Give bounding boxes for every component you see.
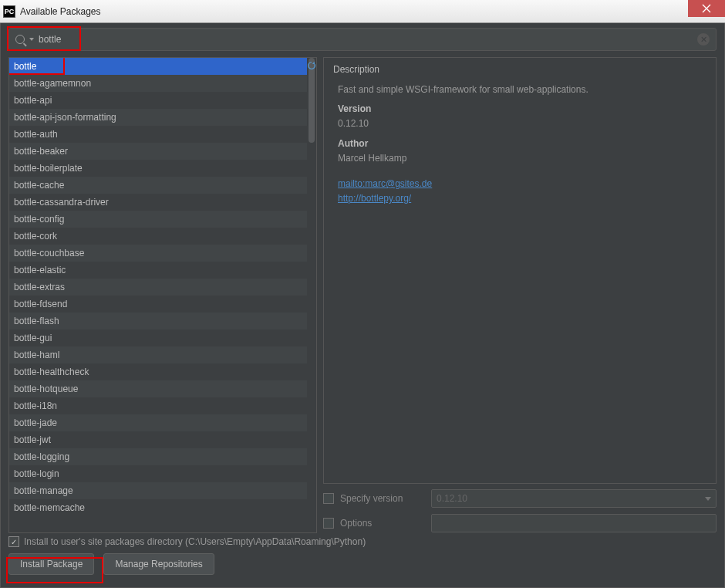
specify-version-label: Specify version (340, 493, 425, 504)
package-item[interactable]: bottle-agamemnon (9, 75, 307, 92)
specify-version-field[interactable]: 0.12.10 (431, 489, 717, 508)
install-to-user-checkbox[interactable]: ✓ (8, 536, 19, 547)
package-list-container: bottlebottle-agamemnonbottle-apibottle-a… (8, 57, 317, 533)
search-scope-dropdown-icon[interactable] (29, 38, 34, 41)
refresh-button[interactable] (303, 57, 320, 74)
titlebar: PC Available Packages (0, 0, 725, 23)
details-pane: Description Fast and simple WSGI-framewo… (323, 57, 717, 533)
package-item[interactable]: bottle-healthcheck (9, 363, 307, 380)
package-item[interactable]: bottle-boilerplate (9, 160, 307, 177)
content-area: bottlebottle-agamemnonbottle-apibottle-a… (8, 57, 717, 533)
version-label: Version (338, 102, 702, 117)
package-summary: Fast and simple WSGI-framework for small… (338, 83, 702, 97)
package-item[interactable]: bottle-login (9, 465, 307, 482)
specify-version-value: 0.12.10 (437, 493, 467, 504)
package-item[interactable]: bottle-cassandra-driver (9, 194, 307, 211)
description-heading: Description (333, 64, 706, 75)
search-row: ✕ (8, 28, 717, 51)
specify-version-checkbox[interactable] (323, 493, 334, 504)
package-item[interactable]: bottle-extras (9, 279, 307, 296)
package-item[interactable]: bottle-logging (9, 448, 307, 465)
package-author: Marcel Hellkamp (338, 151, 702, 166)
package-item[interactable]: bottle-config (9, 211, 307, 228)
buttons-row: Install Package Manage Repositories (8, 553, 717, 575)
package-item[interactable]: bottle-fdsend (9, 296, 307, 313)
package-item[interactable]: bottle-memcache (9, 499, 307, 516)
options-field[interactable] (431, 514, 717, 532)
package-item[interactable]: bottle-haml (9, 346, 307, 363)
package-list-scrollbar[interactable] (307, 58, 316, 532)
options-label: Options (340, 518, 425, 529)
options-checkbox[interactable] (323, 518, 334, 529)
app-icon: PC (3, 5, 15, 18)
search-input[interactable] (39, 34, 697, 45)
package-version: 0.12.10 (338, 117, 702, 131)
package-item[interactable]: bottle-auth (9, 126, 307, 143)
bottom-bar: ✓ Install to user's site packages direct… (8, 536, 717, 581)
package-item[interactable]: bottle-jwt (9, 431, 307, 448)
manage-repositories-button[interactable]: Manage Repositories (103, 553, 214, 575)
description-box: Description Fast and simple WSGI-framewo… (323, 57, 717, 484)
window-title: Available Packages (20, 6, 101, 17)
package-item[interactable]: bottle-i18n (9, 397, 307, 414)
clear-search-icon[interactable]: ✕ (697, 33, 710, 46)
install-package-button[interactable]: Install Package (8, 553, 94, 575)
package-item[interactable]: bottle-manage (9, 482, 307, 499)
search-icon (15, 35, 25, 44)
package-item[interactable]: bottle-api (9, 92, 307, 109)
package-item[interactable]: bottle-hotqueue (9, 380, 307, 397)
package-item[interactable]: bottle-couchbase (9, 245, 307, 262)
package-item[interactable]: bottle-beaker (9, 143, 307, 160)
package-item[interactable]: bottle-elastic (9, 262, 307, 279)
package-item[interactable]: bottle (9, 58, 307, 75)
description-content: Fast and simple WSGI-framework for small… (333, 83, 706, 206)
package-link-home[interactable]: http://bottlepy.org/ (338, 193, 411, 204)
options-row: Options (323, 513, 717, 533)
install-to-user-label: Install to user's site packages director… (24, 536, 366, 547)
author-label: Author (338, 137, 702, 151)
package-item[interactable]: bottle-gui (9, 329, 307, 346)
close-button[interactable] (688, 0, 725, 17)
package-item[interactable]: bottle-api-json-formatting (9, 109, 307, 126)
dialog-body: ✕ bottlebottle-agamemnonbottle-apibottle… (0, 23, 725, 588)
install-to-user-row: ✓ Install to user's site packages direct… (8, 536, 717, 547)
package-item[interactable]: bottle-cache (9, 177, 307, 194)
package-link-mail[interactable]: mailto:marc@gsites.de (338, 178, 432, 189)
package-item[interactable]: bottle-cork (9, 228, 307, 245)
chevron-down-icon (705, 497, 711, 501)
package-item[interactable]: bottle-jade (9, 414, 307, 431)
package-item[interactable]: bottle-flash (9, 313, 307, 329)
package-list[interactable]: bottlebottle-agamemnonbottle-apibottle-a… (9, 58, 307, 532)
package-list-pane: bottlebottle-agamemnonbottle-apibottle-a… (8, 57, 317, 533)
specify-version-row: Specify version 0.12.10 (323, 488, 717, 509)
